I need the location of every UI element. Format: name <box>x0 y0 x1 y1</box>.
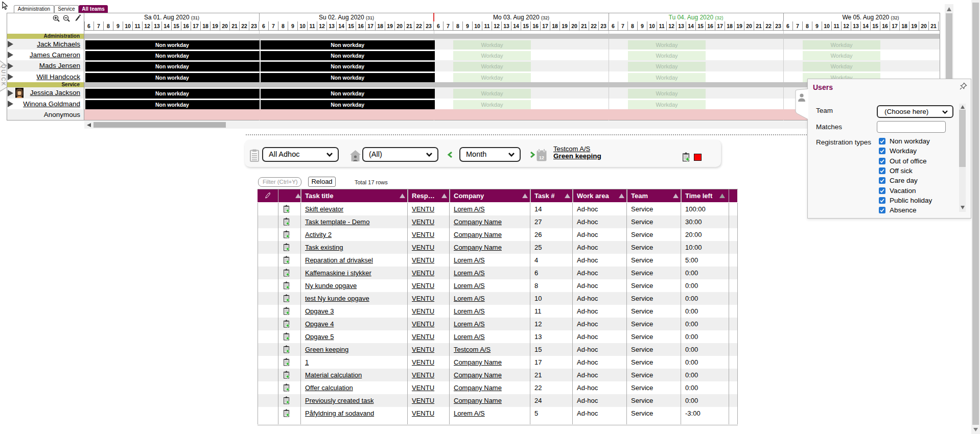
svg-text:12: 12 <box>539 155 544 160</box>
